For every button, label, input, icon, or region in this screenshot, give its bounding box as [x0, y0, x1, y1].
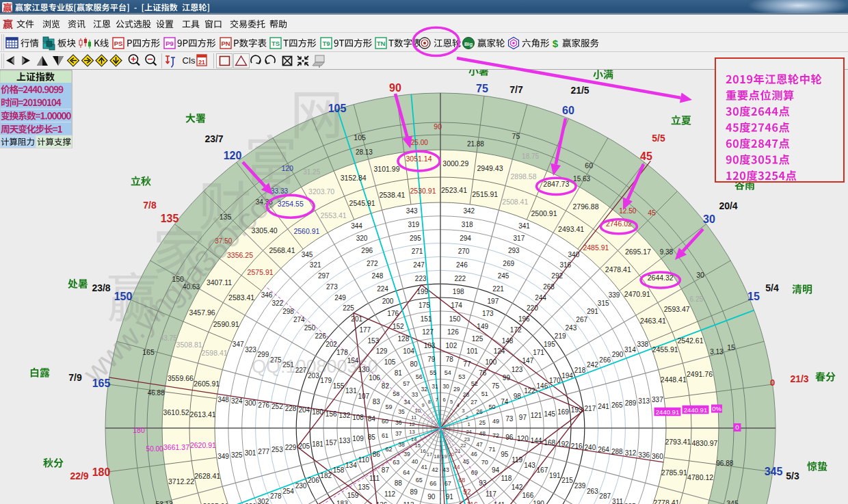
svg-text:2542.61: 2542.61: [678, 336, 704, 345]
svg-text:75: 75: [512, 132, 520, 140]
svg-text:40: 40: [412, 458, 419, 465]
svg-text:91: 91: [446, 493, 454, 501]
svg-text:311: 311: [612, 498, 623, 504]
svg-text:$: $: [553, 38, 559, 49]
svg-text:277: 277: [258, 448, 269, 455]
svg-text:45: 45: [463, 458, 470, 465]
svg-text:319: 319: [408, 221, 419, 228]
svg-text:82: 82: [382, 382, 390, 390]
svg-text:349: 349: [217, 453, 229, 460]
svg-text:221: 221: [492, 285, 504, 293]
svg-text:87: 87: [382, 466, 390, 474]
svg-text:295: 295: [410, 235, 421, 242]
svg-text:157: 157: [326, 439, 337, 447]
svg-text:182: 182: [320, 472, 332, 479]
svg-text:201: 201: [351, 315, 362, 323]
svg-text:99: 99: [503, 374, 511, 382]
svg-text:7/8: 7/8: [143, 200, 157, 211]
svg-text:QQ:100800360: QQ:100800360: [252, 356, 378, 377]
svg-text:71: 71: [488, 446, 495, 453]
svg-text:193: 193: [571, 406, 583, 414]
svg-text:21/3: 21/3: [790, 373, 808, 384]
svg-text:59: 59: [385, 403, 392, 410]
svg-text:340: 340: [568, 251, 580, 258]
svg-text:39: 39: [403, 451, 410, 457]
svg-text:216: 216: [571, 442, 583, 450]
svg-text:48: 48: [479, 430, 486, 437]
svg-text:143: 143: [524, 462, 535, 469]
svg-text:252: 252: [271, 403, 283, 410]
svg-text:2478.41: 2478.41: [605, 265, 631, 274]
svg-text:253: 253: [271, 446, 283, 453]
svg-text:2553.41: 2553.41: [321, 211, 347, 220]
svg-text:190: 190: [533, 500, 544, 504]
svg-text:175: 175: [419, 302, 430, 309]
svg-text:43: 43: [442, 466, 449, 473]
svg-text:113: 113: [403, 501, 414, 504]
svg-text:196: 196: [518, 315, 530, 323]
svg-text:165: 165: [92, 377, 111, 389]
svg-text:246: 246: [456, 261, 468, 269]
svg-text:167: 167: [537, 466, 548, 474]
svg-text:60: 60: [562, 105, 574, 116]
svg-text:254: 254: [282, 488, 294, 495]
svg-text:95: 95: [501, 451, 509, 458]
svg-text:219: 219: [555, 332, 566, 340]
svg-text:43.75: 43.75: [160, 334, 177, 342]
svg-text:PS: PS: [114, 40, 123, 47]
svg-text:97: 97: [519, 414, 527, 421]
svg-text:46: 46: [471, 451, 477, 457]
svg-text:265: 265: [611, 401, 623, 409]
svg-text:3152.84: 3152.84: [341, 174, 367, 182]
svg-text:278: 278: [270, 492, 282, 500]
svg-text:4830.97: 4830.97: [691, 439, 717, 447]
svg-text:3407.11: 3407.11: [207, 278, 232, 287]
svg-text:298: 298: [282, 308, 294, 315]
svg-text:169: 169: [557, 408, 569, 416]
svg-text:78: 78: [446, 356, 454, 363]
svg-text:PN: PN: [221, 40, 230, 47]
svg-text:50.00: 50.00: [146, 445, 163, 453]
svg-text:180: 180: [92, 466, 111, 478]
svg-text:105: 105: [354, 133, 366, 142]
svg-text:57: 57: [403, 380, 410, 387]
svg-text:224: 224: [377, 285, 388, 293]
svg-text:192: 192: [557, 440, 569, 448]
svg-text:320: 320: [356, 235, 368, 242]
svg-text:293: 293: [508, 247, 520, 254]
svg-text:270: 270: [458, 248, 470, 255]
svg-text:98: 98: [514, 393, 522, 400]
svg-text:28.13: 28.13: [356, 148, 373, 156]
svg-text:180: 180: [133, 426, 145, 434]
svg-text:34: 34: [403, 399, 410, 406]
svg-text:69: 69: [471, 469, 478, 476]
svg-text:345: 345: [765, 466, 783, 477]
svg-text:289: 289: [625, 399, 637, 407]
svg-text:TN: TN: [377, 40, 386, 47]
svg-text:64: 64: [403, 469, 410, 476]
svg-text:294: 294: [460, 235, 471, 242]
svg-text:93: 93: [479, 479, 487, 487]
svg-text:273: 273: [326, 283, 338, 291]
svg-text:96: 96: [505, 434, 514, 441]
svg-text:297: 297: [318, 272, 330, 280]
svg-text:180: 180: [312, 408, 323, 416]
svg-text:136: 136: [376, 501, 388, 504]
svg-text:74: 74: [501, 398, 509, 406]
svg-text:7/9: 7/9: [68, 372, 82, 383]
svg-text:348: 348: [217, 396, 229, 403]
svg-text:24: 24: [466, 429, 471, 435]
svg-text:291: 291: [587, 308, 598, 315]
svg-text:300: 300: [245, 399, 256, 407]
svg-text:2515.91: 2515.91: [472, 190, 498, 198]
svg-text:14: 14: [411, 436, 416, 442]
svg-text:3610.52: 3610.52: [163, 408, 189, 416]
svg-text:77: 77: [463, 360, 471, 368]
svg-text:25.00: 25.00: [411, 139, 428, 146]
svg-text:75: 75: [492, 382, 500, 390]
svg-text:179: 179: [320, 377, 332, 384]
svg-text:322: 322: [271, 300, 283, 307]
svg-text:313: 313: [638, 397, 650, 405]
svg-text:101: 101: [466, 347, 478, 355]
svg-text:122: 122: [524, 387, 535, 395]
